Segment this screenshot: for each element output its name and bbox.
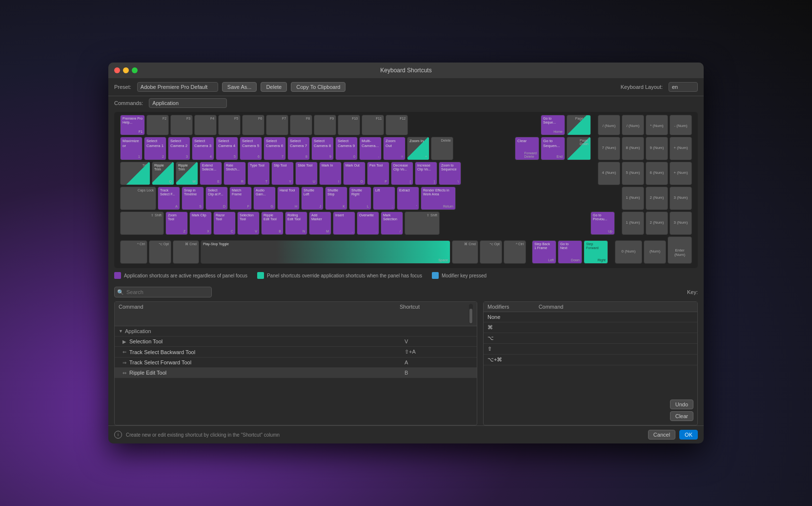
key-go-to-prev[interactable]: Go toPreviou... Up xyxy=(590,211,615,235)
key-camera4[interactable]: SelectCamera 4 5 xyxy=(216,137,238,160)
table-scrollbar[interactable] xyxy=(469,304,473,324)
key-f2[interactable]: F2 xyxy=(146,115,169,135)
key-bracket-dec[interactable]: DecreaseClip Vo... [ xyxy=(391,162,413,185)
key-opt[interactable]: ⌥ Opt xyxy=(149,240,171,264)
key-slash-mark-sel[interactable]: MarkSelection / xyxy=(381,211,403,235)
key-zoom-out[interactable]: ZoomOut = xyxy=(383,137,406,160)
key-f6[interactable]: F6 xyxy=(242,115,264,135)
modifier-row-shift[interactable]: ⇧ xyxy=(484,344,697,355)
key-u-slide[interactable]: Slide Tool U xyxy=(295,162,318,185)
key-6num[interactable]: 6 (Num) xyxy=(646,162,668,185)
key-num-asterisk[interactable]: * (Num) xyxy=(646,115,668,135)
key-e-extend[interactable]: ExtendSelecte... E xyxy=(200,162,222,185)
key-o-mark-out[interactable]: Mark Out O xyxy=(343,162,365,185)
save-as-button[interactable]: Save As... xyxy=(222,82,257,92)
key-step-forward[interactable]: StepForward Right xyxy=(584,240,608,264)
key-z-zoom-tool[interactable]: ZoomTool Z xyxy=(165,211,188,235)
key-0num[interactable]: 0 (Num) xyxy=(615,240,642,264)
key-7num[interactable]: 7 (Num) xyxy=(598,137,620,160)
key-b-ripple[interactable]: RippleEdit Tool B xyxy=(261,211,284,235)
key-f-match[interactable]: MatchFrame F xyxy=(229,187,252,210)
key-3num[interactable]: 3 (Num) xyxy=(670,187,692,210)
ok-button[interactable]: OK xyxy=(679,430,698,440)
keyboard-layout-select[interactable]: en xyxy=(669,82,698,92)
clear-button[interactable]: Clear xyxy=(670,411,693,421)
key-cmd-right[interactable]: ⌘ Cmd xyxy=(452,240,478,264)
key-f9[interactable]: F9 xyxy=(314,115,336,135)
key-semicolon-lift[interactable]: Lift ; xyxy=(373,187,395,210)
key-num-slash[interactable]: / (Num) xyxy=(598,115,620,135)
copy-to-clipboard-button[interactable]: Copy To Clipboard xyxy=(291,82,345,92)
key-period-overwrite[interactable]: Overwrite . xyxy=(357,211,379,235)
key-go-to-seq-end[interactable]: Go toSequen... End xyxy=(541,137,565,160)
key-render-effects[interactable]: Render Effects inWork Area Return xyxy=(421,187,456,210)
key-5num[interactable]: 5 (Num) xyxy=(622,162,644,185)
row-shortcut-4[interactable]: B xyxy=(405,370,473,376)
table-row[interactable]: ⇒ Track Select Forward Tool A xyxy=(115,358,477,368)
key-i-mark-in[interactable]: Mark In I xyxy=(319,162,342,185)
key-plusnum[interactable]: + (Num) xyxy=(670,137,692,160)
key-f4[interactable]: F4 xyxy=(194,115,217,135)
key-d-select-clip[interactable]: SelectClip at P... D xyxy=(205,187,228,210)
key-8num[interactable]: 8 (Num) xyxy=(622,137,644,160)
row-shortcut-1[interactable]: V xyxy=(405,338,473,344)
key-comma-insert[interactable]: Insert , xyxy=(333,211,355,235)
key-camera8[interactable]: SelectCamera 8 9 xyxy=(311,137,334,160)
key-a-track-select[interactable]: TrackSelect F... A xyxy=(158,187,180,210)
key-n-rolling[interactable]: RollingEdit Tool N xyxy=(285,211,307,235)
key-f7[interactable]: F7 xyxy=(266,115,288,135)
modifier-row-opt-cmd[interactable]: ⌥+⌘ xyxy=(484,355,697,365)
row-shortcut-3[interactable]: A xyxy=(405,359,473,365)
key-dotnum[interactable]: (Num) xyxy=(644,240,666,264)
key-k-shuttle-stop[interactable]: ShuttleStop K xyxy=(325,187,347,210)
key-camera5[interactable]: SelectCamera 5 6 xyxy=(240,137,262,160)
key-enter-num[interactable]: Enter(Num) xyxy=(668,236,692,264)
key-page-up[interactable]: Page Up xyxy=(567,115,591,135)
key-bracket-inc[interactable]: IncreaseClip Vo... ] xyxy=(415,162,437,185)
key-camera7[interactable]: SelectCamera 7 8 xyxy=(287,137,310,160)
table-row[interactable]: ⇔ Ripple Edit Tool B xyxy=(115,368,477,378)
key-c-razor[interactable]: RazorTool C xyxy=(213,211,236,235)
key-j-shuttle-left[interactable]: ShuttleLeft J xyxy=(301,187,324,210)
section-application[interactable]: ▼ Application xyxy=(115,326,477,337)
key-clear[interactable]: Clear ForwardDelete xyxy=(515,137,539,160)
key-f11[interactable]: F11 xyxy=(362,115,384,135)
undo-button[interactable]: Undo xyxy=(670,400,693,409)
key-go-to-seq-home[interactable]: Go toSeque... Home xyxy=(541,115,565,135)
key-y-slip[interactable]: Slip Tool Y xyxy=(271,162,294,185)
preset-select[interactable]: Adobe Premiere Pro Default xyxy=(137,82,218,92)
row-shortcut-2[interactable]: ⇧+A xyxy=(405,349,473,355)
key-l-shuttle-right[interactable]: ShuttleRight L xyxy=(349,187,371,210)
key-page-down[interactable]: PageDown xyxy=(567,137,591,160)
key-opt-right[interactable]: ⌥ Opt xyxy=(480,240,502,264)
key-plus2num[interactable]: + (Num) xyxy=(670,162,692,185)
key-1num-b[interactable]: 1 (Num) xyxy=(622,211,644,235)
key-f10[interactable]: F10 xyxy=(338,115,360,135)
key-m-add-marker[interactable]: AddMarker M xyxy=(309,211,331,235)
table-row[interactable]: ▶ Selection Tool V xyxy=(115,337,477,347)
key-q-ripple-trim[interactable]: RippleTrim Q xyxy=(152,162,174,185)
key-p-pen[interactable]: Pen Tool P xyxy=(367,162,389,185)
key-3num-b[interactable]: 3 (Num) xyxy=(670,211,692,235)
key-num-minus[interactable]: - (Num) xyxy=(670,115,692,135)
key-delete[interactable]: Delete xyxy=(431,137,453,160)
key-cmd[interactable]: ⌘ Cmd xyxy=(173,240,199,264)
key-num-backslash[interactable]: / (Num) xyxy=(622,115,644,135)
modifier-row-opt[interactable]: ⌥ xyxy=(484,333,697,344)
key-capslock[interactable]: Caps Lock xyxy=(120,187,156,210)
key-backslash-zoom-seq[interactable]: Zoom toSequence \ xyxy=(439,162,461,185)
key-g-audio-gain[interactable]: AudioGain... G xyxy=(253,187,276,210)
key-camera3[interactable]: SelectCamera 3 4 xyxy=(192,137,214,160)
key-shift-left[interactable]: ⇧ Shift xyxy=(120,211,164,235)
key-f5[interactable]: F5 xyxy=(218,115,241,135)
key-9num[interactable]: 9 (Num) xyxy=(646,137,668,160)
key-2num-b[interactable]: 2 (Num) xyxy=(646,211,668,235)
key-4num[interactable]: 4 (Num) xyxy=(598,162,620,185)
key-tab[interactable]: Tab xyxy=(120,162,150,185)
key-x-mark-clip[interactable]: Mark Clip X xyxy=(189,211,212,235)
key-f8[interactable]: F8 xyxy=(290,115,312,135)
search-input[interactable] xyxy=(114,287,212,297)
key-camera9[interactable]: SelectCamera 9 0 xyxy=(335,137,358,160)
modifier-row-none[interactable]: None xyxy=(484,312,697,322)
key-camera6[interactable]: SelectCamera 6 7 xyxy=(264,137,286,160)
